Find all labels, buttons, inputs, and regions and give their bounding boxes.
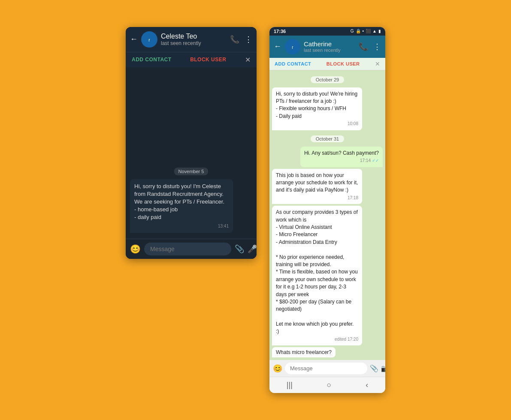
banner-close-right[interactable]: ✕ (375, 60, 380, 67)
msg4-time: edited 17:20 (276, 336, 358, 343)
message-sent-1: Hi. Any sat/sun? Cash payment? 17:14 ✓✓ (300, 147, 383, 167)
date-pill-2: October 31 (272, 135, 383, 142)
message-received-3: As our company provides 3 types of work … (272, 206, 362, 345)
mic-button-left[interactable]: 🎤 (248, 244, 257, 254)
contact-status-left: last seen recently (161, 40, 227, 46)
msg2-time: 17:14 ✓✓ (304, 158, 379, 164)
banner-left: ADD CONTACT BLOCK USER ✕ (126, 52, 257, 67)
chat-area-left: November 5 Hi, sorry to disturb you! I'm… (126, 67, 257, 239)
chat-area-right: October 29 Hi, sorry to disturb you! We'… (269, 70, 385, 360)
back-button-right[interactable]: ← (274, 42, 281, 51)
emoji-button-left[interactable]: 😊 (130, 244, 141, 254)
read-receipt-1: ✓✓ (372, 158, 379, 164)
message-input-right[interactable] (285, 363, 367, 374)
call-icon-right[interactable]: 📞 (359, 42, 368, 51)
carrier-icon: G (351, 29, 354, 33)
message-received-2: This job is based on how your arrange yo… (272, 169, 362, 204)
block-user-button-left[interactable]: BLOCK USER (190, 57, 226, 63)
contact-info-left: Celeste Teo last seen recently (161, 33, 227, 46)
contact-name-right: Catherine (304, 40, 355, 48)
add-contact-button-left[interactable]: ADD CONTACT (132, 57, 172, 63)
nav-back-icon[interactable]: ‹ (366, 381, 368, 390)
msg3-time: 17:18 (276, 195, 358, 201)
more-icon-left[interactable]: ⋮ (245, 35, 252, 44)
nav-home-icon[interactable]: ○ (327, 381, 332, 390)
attach-button-right[interactable]: 📎 (370, 364, 378, 372)
date-pill-1: October 29 (272, 75, 383, 83)
avatar-right: r (285, 39, 300, 54)
header-left: ← r Celeste Teo last seen recently 📞 ⋮ (126, 27, 257, 52)
camera-button-right[interactable]: 📷 (381, 364, 385, 372)
message-input-left[interactable] (144, 243, 231, 255)
phone-right: 17:36 G 🔒 • ⬛ ▲ ▮ ← r Catherine last se (269, 27, 385, 393)
message-bubble-left: Hi, sorry to disturb you! I'm Celeste fr… (130, 179, 233, 233)
message-time-left: 13:41 (134, 223, 229, 229)
contact-status-right: last seen recently (304, 48, 355, 53)
partial-message: Whats micro freelancer? (272, 347, 336, 357)
more-icon-right[interactable]: ⋮ (373, 42, 381, 51)
contact-info-right: Catherine last seen recently (304, 40, 355, 53)
add-contact-button-right[interactable]: ADD CONTACT (275, 61, 311, 66)
header-right: ← r Catherine last seen recently 📞 ⋮ (269, 36, 385, 58)
message-received-1: Hi, sorry to disturb you! We're hiring P… (272, 87, 362, 130)
banner-right: ADD CONTACT BLOCK USER ✕ (269, 58, 385, 70)
nav-menu-icon[interactable]: ||| (287, 381, 293, 390)
contact-name-left: Celeste Teo (161, 33, 227, 40)
header-icons-left: 📞 ⋮ (230, 35, 252, 44)
lock-icon: 🔒 (356, 29, 361, 33)
phone-left: ← r Celeste Teo last seen recently 📞 ⋮ A… (126, 27, 257, 259)
block-user-button-right[interactable]: BLOCK USER (327, 61, 360, 66)
input-bar-right: 😊 📎 📷 (269, 360, 385, 377)
status-icons: G 🔒 • ⬛ ▲ ▮ (351, 29, 381, 33)
message-text-left: Hi, sorry to disturb you! I'm Celeste fr… (134, 183, 224, 221)
nav-bar-right: ||| ○ ‹ (269, 377, 385, 393)
banner-close-left[interactable]: ✕ (245, 56, 251, 64)
msg1-time: 10:08 (276, 121, 358, 127)
wifi-icon: ▲ (372, 29, 377, 33)
status-time: 17:36 (274, 29, 286, 34)
date-divider-left: November 5 (130, 167, 252, 175)
call-icon-left[interactable]: 📞 (230, 35, 239, 44)
status-bar-right: 17:36 G 🔒 • ⬛ ▲ ▮ (269, 27, 385, 36)
screenshots-container: ← r Celeste Teo last seen recently 📞 ⋮ A… (126, 27, 385, 393)
screenshot-icon: ⬛ (366, 29, 371, 33)
attach-button-left[interactable]: 📎 (235, 244, 244, 254)
back-button[interactable]: ← (130, 35, 138, 44)
emoji-button-right[interactable]: 😊 (273, 364, 282, 373)
battery-icon: ▮ (378, 29, 381, 33)
signal-dot: • (363, 29, 364, 33)
avatar-left: r (141, 31, 157, 48)
header-icons-right: 📞 ⋮ (359, 42, 381, 51)
input-bar-left: 😊 📎 🎤 (126, 239, 257, 259)
